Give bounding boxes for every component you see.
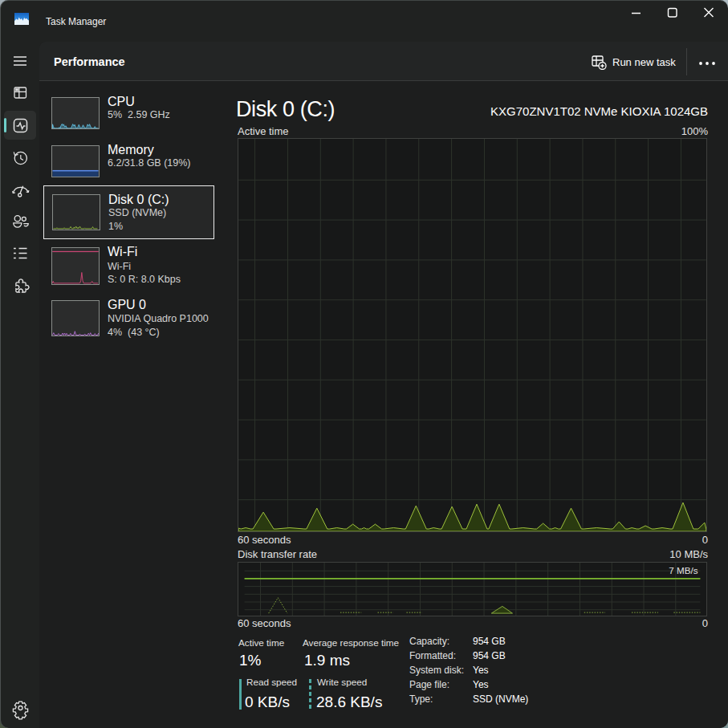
svg-text:7 MB/s: 7 MB/s — [669, 565, 697, 575]
